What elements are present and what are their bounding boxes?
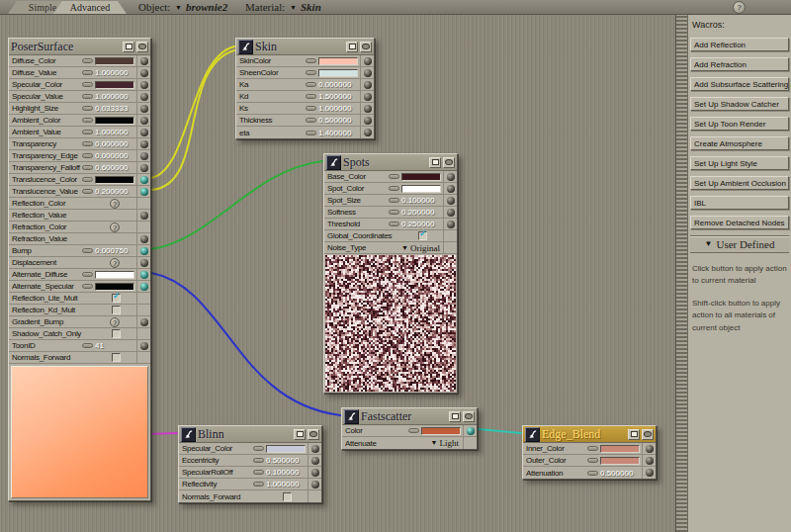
param-value[interactable]: 1.000000 [95, 68, 128, 77]
connector[interactable] [364, 69, 372, 77]
wacro-button-add-refraction[interactable]: Add Refraction [690, 57, 789, 71]
anim-key-icon[interactable] [82, 130, 93, 134]
connector[interactable] [467, 427, 475, 435]
anim-key-icon[interactable] [306, 131, 316, 135]
anim-key-icon[interactable] [82, 189, 93, 194]
preview-toggle-icon[interactable] [429, 157, 441, 168]
collapse-icon[interactable] [360, 42, 372, 52]
node-skin[interactable]: SkinSkinColorSheenColorKa0.000000Kd1.500… [235, 38, 375, 139]
wacro-button-set-up-light-style[interactable]: Set Up Light Style [690, 156, 789, 170]
anim-key-icon[interactable] [82, 272, 93, 277]
dropdown[interactable]: ▼Original [401, 243, 440, 253]
color-swatch[interactable] [266, 445, 306, 453]
param-value[interactable]: 0.600000 [95, 163, 128, 172]
help-icon[interactable]: ? [733, 1, 746, 14]
checkbox[interactable] [112, 353, 121, 362]
connector[interactable] [140, 57, 148, 65]
param-value[interactable]: 0.000000 [95, 139, 128, 148]
anim-key-icon[interactable] [306, 82, 316, 87]
connector[interactable] [140, 342, 148, 350]
param-value[interactable]: 1.000000 [266, 480, 299, 488]
color-swatch[interactable] [95, 176, 134, 184]
anim-key-icon[interactable] [306, 106, 316, 111]
anim-key-icon[interactable] [389, 174, 399, 179]
checkbox[interactable] [283, 492, 292, 501]
anim-key-icon[interactable] [389, 186, 399, 191]
node-spots[interactable]: SpotsBase_ColorSpot_ColorSpot_Size0.1000… [323, 153, 458, 394]
color-swatch[interactable] [600, 445, 640, 453]
checkbox[interactable] [112, 306, 121, 314]
param-value[interactable]: 0.200000 [95, 187, 128, 196]
anim-key-icon[interactable] [389, 210, 399, 215]
anim-key-icon[interactable] [82, 343, 93, 348]
collapse-icon[interactable] [136, 42, 148, 52]
node-fastscatter[interactable]: FastscatterColorAttenuate▼Light [341, 407, 478, 450]
connector[interactable] [364, 105, 372, 113]
wacro-button-add-subsurface-scattering[interactable]: Add Subsurface Scattering [690, 77, 789, 91]
param-value[interactable]: 1.000000 [95, 128, 128, 136]
anim-key-icon[interactable] [389, 198, 399, 203]
preview-toggle-icon[interactable] [346, 42, 358, 52]
anim-key-icon[interactable] [82, 165, 93, 170]
node-blinn[interactable]: BlinnSpecular_ColorEccentricity0.500000S… [178, 425, 322, 503]
connector[interactable] [140, 117, 148, 125]
user-defined-section[interactable]: ▼ User Defined [690, 235, 789, 253]
node-header[interactable]: Blinn [179, 426, 321, 443]
connector[interactable] [311, 457, 319, 465]
param-value[interactable]: 1.000000 [318, 104, 351, 113]
node-header[interactable]: Edge_Blend [523, 426, 656, 443]
connector[interactable] [140, 69, 148, 77]
param-value[interactable]: 0.000000 [318, 80, 351, 89]
anim-key-icon[interactable] [306, 94, 316, 99]
connector[interactable] [140, 212, 148, 220]
color-swatch[interactable] [318, 69, 358, 77]
anim-key-icon[interactable] [82, 177, 93, 182]
checkbox[interactable]: ✓ [112, 294, 121, 303]
wacro-button-remove-detached-nodes[interactable]: Remove Detached Nodes [690, 216, 789, 229]
checkbox[interactable] [112, 329, 121, 338]
connector[interactable] [140, 259, 148, 267]
connector[interactable] [140, 152, 148, 160]
collapse-icon[interactable] [308, 429, 319, 440]
connector[interactable] [311, 469, 319, 477]
node-header[interactable]: Spots [324, 154, 457, 171]
color-swatch[interactable] [95, 283, 134, 291]
connector[interactable] [364, 81, 372, 89]
color-swatch[interactable] [401, 173, 441, 181]
color-swatch[interactable] [95, 271, 134, 279]
param-value[interactable]: 1.500000 [318, 92, 351, 101]
param-value[interactable]: 0.000750 [95, 246, 128, 255]
anim-key-icon[interactable] [82, 153, 93, 158]
color-swatch[interactable] [421, 427, 461, 435]
node-header[interactable]: Skin [236, 39, 374, 55]
connector[interactable] [364, 117, 372, 125]
connector[interactable] [447, 173, 455, 181]
color-swatch[interactable] [600, 457, 640, 465]
connector[interactable] [311, 481, 319, 488]
anim-key-icon[interactable] [306, 118, 316, 123]
node-edge-blend[interactable]: Edge_BlendInner_ColorOuter_ColorAttenuat… [522, 425, 657, 480]
connector[interactable] [646, 469, 654, 477]
color-swatch[interactable] [95, 117, 134, 125]
connector[interactable] [140, 318, 148, 326]
node-header[interactable]: Fastscatter [342, 408, 477, 425]
connector[interactable] [140, 188, 148, 196]
anim-key-icon[interactable] [306, 58, 316, 63]
connector[interactable] [646, 457, 654, 465]
param-value[interactable]: 0.000000 [95, 151, 128, 160]
color-swatch[interactable] [95, 81, 134, 89]
param-value[interactable]: 0.500000 [266, 456, 299, 465]
anim-key-icon[interactable] [253, 482, 264, 487]
param-value[interactable]: 0.100000 [401, 196, 434, 205]
anim-key-icon[interactable] [82, 58, 93, 63]
anim-key-icon[interactable] [408, 428, 419, 433]
anim-key-icon[interactable] [253, 446, 264, 451]
node-poser-surface[interactable]: PoserSurfaceDiffuse_ColorDiffuse_Value1.… [8, 38, 151, 501]
connector[interactable] [364, 93, 372, 101]
param-value[interactable]: 1.400000 [318, 129, 351, 137]
object-value[interactable]: brownie2 [186, 0, 227, 14]
wacro-button-add-reflection[interactable]: Add Reflection [690, 38, 789, 51]
help-icon[interactable]: ? [110, 258, 120, 268]
param-value[interactable]: 41 [95, 341, 104, 350]
collapse-icon[interactable] [642, 429, 654, 440]
